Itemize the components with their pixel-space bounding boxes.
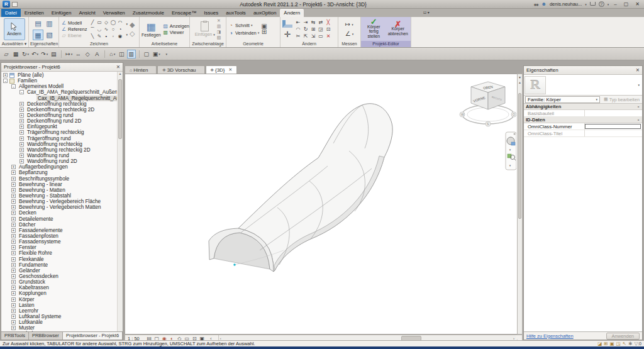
split-icon[interactable]: ✂ — [294, 33, 302, 40]
close-icon[interactable]: ✕ — [636, 67, 640, 73]
tree-expander-icon[interactable]: + — [19, 136, 24, 141]
tree-expander-icon[interactable]: + — [11, 170, 16, 175]
tree-expander-icon[interactable]: + — [11, 269, 16, 273]
properties-help-link[interactable]: Hilfe zu Eigenschaften — [526, 333, 574, 339]
omniclass-nummer-input[interactable] — [585, 124, 641, 129]
tree-item[interactable]: + Trägeröffnung rund — [1, 136, 117, 141]
selection-filter-count[interactable]: :0 — [638, 341, 641, 346]
partial-ellipse-tool-icon[interactable]: ◔ — [116, 26, 123, 33]
ribbon-tab[interactable]: auxTools — [222, 9, 250, 17]
open-icon[interactable]: ▱ — [3, 50, 11, 58]
tree-item[interactable]: + Wandöffnung rund — [1, 153, 117, 158]
tree-expander-icon[interactable]: + — [11, 297, 16, 302]
select-by-face-icon[interactable]: ◳ — [616, 341, 621, 346]
tree-item[interactable]: + Kopplungen — [1, 291, 117, 296]
navigation-bar[interactable]: ▾ ▾ — [506, 132, 516, 170]
section-toggle-icon[interactable]: » — [638, 106, 641, 108]
array-icon[interactable]: ⊞ — [309, 26, 317, 33]
copy-icon[interactable]: ▥ — [217, 24, 221, 29]
tree-item[interactable]: + Möbel — [1, 331, 117, 331]
tree-expander-icon[interactable]: + — [19, 125, 24, 129]
beam-joins-icon[interactable]: ⊞ — [261, 30, 267, 35]
tree-expander-icon[interactable]: + — [11, 194, 16, 198]
search-icon[interactable]: ◉◉ — [534, 3, 538, 6]
ribbon-tab[interactable]: Zusatzmodule — [129, 9, 168, 17]
model-line-button[interactable]: ∠Modell — [61, 20, 87, 26]
rotate-icon[interactable]: ↻ — [302, 26, 309, 33]
tree-expander-icon[interactable]: + — [19, 102, 24, 106]
rectangle-tool-icon[interactable]: ▭ — [96, 19, 103, 26]
tree-item[interactable]: + Grundstück — [1, 279, 117, 285]
tree-expander-icon[interactable]: + — [11, 205, 16, 209]
aligned-dimension-icon[interactable]: ↔ — [74, 50, 82, 58]
select-pinned-icon[interactable]: ▣ — [610, 341, 614, 346]
tree-item[interactable]: + Körper — [1, 296, 117, 302]
tree-item[interactable]: + Deckenöffnung rund — [1, 113, 117, 118]
mirror-axis-icon[interactable]: ⇆ — [309, 19, 317, 26]
scrollbar-thumb[interactable] — [118, 79, 122, 139]
tree-expander-icon[interactable]: + — [19, 159, 24, 163]
tree-item[interactable]: + Fassadenpfosten — [1, 233, 117, 239]
reference-line-button[interactable]: ∠Referenz — [61, 26, 87, 32]
tree-expander-icon[interactable]: + — [11, 326, 16, 330]
tree-item[interactable]: + Wandöffnung rechteckig 2D — [1, 147, 117, 153]
tree-item[interactable]: + Luftkanäle — [1, 319, 117, 325]
snap-point-tool-icon[interactable]: ◦ — [109, 33, 116, 40]
tree-item[interactable]: + Trägeröffnung rechteckig — [1, 130, 117, 135]
tree-expander-icon[interactable]: + — [19, 142, 24, 147]
ribbon-tab[interactable]: auxOption — [250, 9, 280, 17]
tree-item[interactable]: + Dächer — [1, 222, 117, 228]
tree-item[interactable]: + Deckenöffnung rechteckig 2D — [1, 107, 117, 113]
point-tool-icon[interactable]: • — [103, 33, 109, 40]
tree-item[interactable]: + Detailelemente — [1, 216, 117, 222]
surface-tool-icon[interactable]: ◇ — [130, 30, 135, 37]
signed-in-user[interactable]: denis.neuhau... — [550, 1, 582, 7]
paste-move-icon[interactable]: ⇲ — [309, 33, 317, 40]
paste-match-icon[interactable]: ◨ — [217, 30, 221, 35]
help-caret-icon[interactable]: ▾ — [608, 3, 609, 6]
tree-expander-icon[interactable]: + — [11, 223, 16, 227]
tree-expander-icon[interactable]: + — [19, 113, 24, 118]
model-endpoint-handle[interactable] — [233, 263, 235, 265]
tree-item[interactable]: Cax_IB_AMA_Regelquerschnitt_Außenschale — [1, 96, 117, 101]
align-corner-icon[interactable] — [282, 20, 292, 28]
tree-item[interactable]: + Bewehrung - Stabstahl — [1, 193, 117, 199]
section-toggle-icon[interactable]: » — [638, 119, 641, 121]
sync-icon[interactable]: ↻▾ — [21, 50, 30, 58]
tree-item[interactable]: + Fenster — [1, 245, 117, 250]
revit-logo-icon[interactable]: R — [3, 1, 10, 8]
tree-scrollbar[interactable]: ▲ — [117, 72, 123, 331]
tree-expander-icon[interactable]: + — [19, 148, 24, 152]
select-links-icon[interactable]: ◪ — [597, 341, 602, 346]
family-category-icon[interactable]: ▥ — [44, 18, 55, 29]
tree-item[interactable]: + Flexible Rohre — [1, 250, 117, 256]
help-icon[interactable]: ? — [599, 1, 604, 7]
tree-expander-icon[interactable]: + — [11, 320, 16, 324]
user-menu-caret-icon[interactable]: ▾ — [585, 3, 587, 6]
tree-item[interactable]: + Leerrohr — [1, 308, 117, 314]
tree-item[interactable]: + Fundamente — [1, 262, 117, 268]
circle-tool-icon[interactable]: ◯ — [109, 19, 116, 26]
text-icon[interactable]: A — [93, 50, 101, 58]
tree-item[interactable]: + Pläne (alle) — [1, 72, 117, 78]
tree-expander-icon[interactable]: - — [3, 79, 8, 83]
tree-expander-icon[interactable]: + — [11, 280, 16, 284]
compass-west-label[interactable]: W — [461, 113, 464, 116]
separator[interactable] — [61, 50, 62, 58]
mirror-draw-icon[interactable]: ⇄ — [317, 19, 325, 26]
delete-icon[interactable]: ✕ — [325, 33, 332, 40]
redo-icon[interactable]: ↷▾ — [40, 50, 48, 58]
tree-expander-icon[interactable]: + — [11, 199, 16, 204]
type-selector-caret-icon[interactable]: ▾ — [638, 83, 641, 87]
app-store-cart-icon[interactable] — [590, 2, 596, 6]
separator[interactable] — [139, 50, 140, 58]
drag-on-selection-icon[interactable]: ↖ — [623, 341, 626, 346]
selection-settings-icon[interactable]: ✱ — [628, 341, 632, 346]
eye-tool-icon[interactable]: ◉ — [116, 33, 123, 40]
ribbon-tab[interactable]: Ändern — [280, 9, 304, 17]
tree-expander-icon[interactable]: + — [11, 274, 16, 279]
undo-icon[interactable]: ↶▾ — [31, 50, 39, 58]
tree-item[interactable]: + Einfügepunkt — [1, 124, 117, 130]
tree-item[interactable]: + Deckenöffnung rechteckig — [1, 101, 117, 107]
default-3d-view-icon[interactable]: ⌂▾ — [108, 50, 116, 58]
